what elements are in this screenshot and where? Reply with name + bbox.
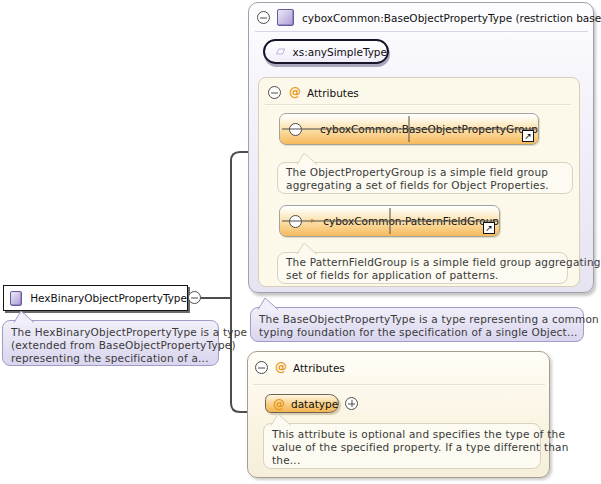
simple-type-label: xs:anySimpleType: [293, 46, 388, 58]
tooltip-tail: [296, 241, 318, 255]
attributes-header: Attributes: [307, 87, 359, 99]
collapse-toggle-root[interactable]: [188, 291, 201, 304]
collapse-toggle-attributes[interactable]: [255, 361, 268, 374]
attribute-group-baseobjectpropertygroup[interactable]: cyboxCommon:BaseObjectPropertyGroup ↗: [279, 113, 539, 145]
tooltip-line: aggregating a set of fields for Object P…: [278, 179, 572, 192]
element-node-hexbinaryobjectpropertytype[interactable]: HexBinaryObjectPropertyType: [3, 285, 188, 311]
base-type-title: cyboxCommon:BaseObjectPropertyType (rest…: [302, 12, 601, 24]
tooltip-line: value of the specified property. If a ty…: [264, 441, 540, 454]
attributes-header: Attributes: [293, 362, 345, 374]
header-divider: [253, 384, 545, 386]
collapse-toggle-attributes[interactable]: [268, 86, 281, 99]
tooltip-line: The PatternFieldGroup is a simple field …: [278, 256, 567, 269]
tooltip-line: (extended from BaseObjectPropertyType): [3, 339, 218, 352]
complex-type-icon: [10, 291, 22, 306]
tooltip-tail: [296, 151, 318, 165]
attribute-name-label: datatype: [291, 398, 338, 410]
tooltip-line: The ObjectPropertyGroup is a simple fiel…: [278, 166, 572, 179]
attribute-icon: @: [273, 398, 285, 410]
attributes-panel: @ Attributes @ datatype This attribute i…: [247, 351, 550, 478]
tooltip-datatype-annotation: This attribute is optional and specifies…: [263, 423, 541, 469]
tooltip-tail: [270, 412, 292, 426]
element-node-label: HexBinaryObjectPropertyType: [30, 292, 187, 304]
attribute-group-patternfieldgroup[interactable]: cyboxCommon:PatternFieldGroup ↗: [279, 205, 500, 237]
tooltip-patternfieldgroup: The PatternFieldGroup is a simple field …: [277, 252, 568, 284]
tooltip-line: The HexBinaryObjectPropertyType is a typ…: [3, 326, 218, 339]
simple-type-icon: [276, 45, 286, 58]
tooltip-root-annotation: The HexBinaryObjectPropertyType is a typ…: [2, 320, 219, 366]
header-divider: [255, 31, 588, 33]
collapse-toggle-base-type[interactable]: [257, 11, 270, 24]
tooltip-line: typing foundation for the specification …: [251, 326, 583, 339]
expand-toggle-datatype[interactable]: [345, 397, 358, 410]
tooltip-tail: [13, 309, 35, 323]
attribute-icon: @: [289, 86, 301, 98]
header-divider: [265, 104, 571, 106]
schema-diagram-canvas: { "icons": { "attribute_glyph": "@", "li…: [0, 0, 601, 484]
tooltip-line: set of fields for application of pattern…: [278, 269, 567, 282]
tooltip-tail: [257, 296, 279, 310]
jump-to-definition-icon[interactable]: ↗: [483, 222, 495, 234]
tooltip-line: The BaseObjectPropertyType is a type rep…: [251, 313, 583, 326]
jump-to-definition-icon[interactable]: ↗: [522, 130, 534, 142]
attribute-icon: @: [275, 361, 287, 373]
expand-toggle[interactable]: [289, 215, 302, 228]
base-type-panel: cyboxCommon:BaseObjectPropertyType (rest…: [248, 2, 594, 293]
attribute-node-datatype[interactable]: @ datatype: [265, 394, 339, 413]
attributes-section: @ Attributes cyboxCommon:BaseObjectPrope…: [258, 77, 580, 287]
complex-type-icon: [277, 9, 294, 26]
simple-type-node-anysimpletype[interactable]: xs:anySimpleType: [263, 39, 389, 64]
tooltip-base-type-annotation: The BaseObjectPropertyType is a type rep…: [250, 307, 584, 342]
tooltip-line: the...: [264, 454, 540, 467]
tooltip-line: This attribute is optional and specifies…: [264, 428, 540, 441]
tooltip-line: representing the specification of a...: [3, 352, 218, 365]
expand-toggle[interactable]: [289, 123, 302, 136]
tooltip-baseobjectpropertygroup: The ObjectPropertyGroup is a simple fiel…: [277, 162, 573, 194]
